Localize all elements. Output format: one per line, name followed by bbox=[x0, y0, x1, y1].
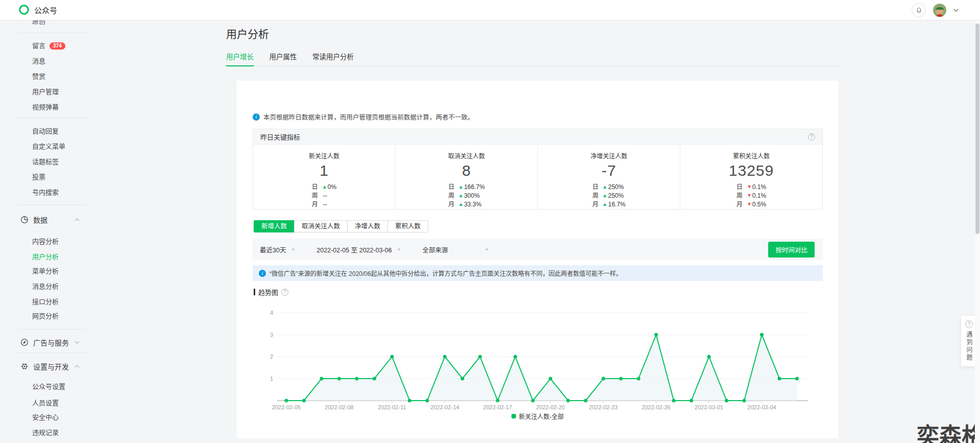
sidebar-item-message-analysis[interactable]: 消息分析 bbox=[32, 283, 59, 291]
kpi-trend-value: 33.3% bbox=[464, 201, 481, 208]
sidebar-item-messages[interactable]: 消息 bbox=[32, 57, 45, 65]
sidebar-group-label: 设置与开发 bbox=[33, 361, 69, 371]
compare-by-time-button[interactable]: 按时间对比 bbox=[768, 242, 815, 258]
page-title: 用户分析 bbox=[226, 26, 269, 41]
trend-title-text: 趋势图 bbox=[258, 287, 278, 297]
sidebar-item-api-analysis[interactable]: 接口分析 bbox=[32, 298, 59, 306]
filter-bar: 最近30天 2022-02-05 至 2022-03-06 全部来源 按时间对比 bbox=[253, 239, 823, 260]
sidebar-divider bbox=[18, 353, 87, 353]
sidebar-item-staff-settings[interactable]: 人员设置 bbox=[32, 399, 59, 407]
wechat-mp-logo-icon bbox=[18, 4, 30, 15]
sidebar-item-webpage-analysis[interactable]: 网页分析 bbox=[32, 312, 59, 320]
metric-tab-unfollowers[interactable]: 取消关注人数 bbox=[294, 220, 348, 232]
source-dropdown[interactable]: 全部来源 bbox=[423, 245, 489, 254]
dropdown-value: 最近30天 bbox=[260, 245, 286, 254]
kpi-trend-row: 日0.1% bbox=[737, 183, 766, 192]
sidebar: 原创 留言374 消息 赞赏 用户管理 视频弹幕 自动回复 自定义菜单 话题标签… bbox=[0, 20, 94, 443]
tab-user-attributes[interactable]: 用户属性 bbox=[269, 51, 297, 66]
kpi-card-total-followers: 累积关注人数 13259 日0.1% 周0.1% 月0.5% bbox=[680, 145, 822, 209]
page-info-notice: 本页根据昨日数据来计算，而用户管理页根据当前数据计算，两者不一致。 bbox=[253, 112, 474, 122]
kpi-trend-value: 0.1% bbox=[752, 192, 766, 199]
kpi-period-label: 月 bbox=[737, 201, 743, 208]
brand-label: 公众号 bbox=[34, 5, 57, 15]
chevron-up-icon bbox=[75, 218, 80, 221]
kpi-trend-row: 月33.3% bbox=[448, 200, 485, 209]
sidebar-item-content-analysis[interactable]: 内容分析 bbox=[32, 238, 59, 246]
kpi-label: 取消关注人数 bbox=[396, 151, 537, 160]
tab-regular-readers-analysis[interactable]: 常读用户分析 bbox=[312, 51, 354, 66]
info-notice-text: 本页根据昨日数据来计算，而用户管理页根据当前数据计算，两者不一致。 bbox=[263, 112, 474, 122]
kpi-trend-value: 0.1% bbox=[752, 183, 766, 191]
kpi-trend-row: 日250% bbox=[592, 183, 625, 192]
sidebar-item-user-management[interactable]: 用户管理 bbox=[32, 88, 59, 96]
trend-arrow-icon bbox=[459, 203, 462, 206]
page-scrollbar bbox=[975, 20, 980, 443]
date-range-dropdown[interactable]: 2022-02-05 至 2022-03-06 bbox=[316, 245, 401, 254]
trend-arrow-icon bbox=[603, 194, 606, 197]
sidebar-item-auto-reply[interactable]: 自动回复 bbox=[32, 127, 59, 135]
kpi-trend-value: 166.7% bbox=[464, 183, 485, 191]
kpi-trend-row: 月-- bbox=[312, 200, 336, 209]
sidebar-item-in-account-search[interactable]: 号内搜索 bbox=[32, 189, 59, 197]
sidebar-group-settings-dev[interactable]: 设置与开发 bbox=[20, 362, 87, 371]
sidebar-item-user-analysis[interactable]: 用户分析 bbox=[32, 253, 59, 261]
info-icon bbox=[253, 113, 260, 121]
svg-text:1: 1 bbox=[270, 376, 273, 382]
metric-tab-total[interactable]: 累积人数 bbox=[387, 220, 428, 232]
date-range-preset-dropdown[interactable]: 最近30天 bbox=[260, 245, 295, 254]
sidebar-item-comments[interactable]: 留言374 bbox=[32, 42, 65, 50]
notification-bell-button[interactable] bbox=[912, 3, 926, 17]
sidebar-item-topic-tags[interactable]: 话题标签 bbox=[32, 158, 59, 166]
kpi-trend-row: 月16.7% bbox=[592, 200, 625, 209]
main-content-card: 本页根据昨日数据来计算，而用户管理页根据当前数据计算，两者不一致。 昨日关键指标… bbox=[237, 81, 838, 438]
sidebar-item-menu-analysis[interactable]: 菜单分析 bbox=[32, 267, 59, 275]
question-circle-icon bbox=[965, 320, 973, 328]
kpi-trend-row: 周250% bbox=[592, 192, 625, 200]
kpi-period-label: 周 bbox=[737, 192, 743, 199]
sidebar-item-video-danmu[interactable]: 视频弹幕 bbox=[32, 103, 59, 111]
kpi-value: 13259 bbox=[680, 162, 822, 179]
dropdown-value: 全部来源 bbox=[423, 245, 448, 254]
sidebar-item-account-settings[interactable]: 公众号设置 bbox=[32, 383, 65, 391]
kpi-value: 8 bbox=[396, 162, 537, 179]
sidebar-group-data[interactable]: 数据 bbox=[20, 215, 87, 224]
svg-text:2022-02-20: 2022-02-20 bbox=[536, 404, 565, 410]
kpi-trend-value: 0.5% bbox=[752, 201, 766, 208]
tab-user-growth[interactable]: 用户增长 bbox=[226, 51, 254, 66]
kpi-period-label: 月 bbox=[592, 201, 598, 208]
sidebar-group-ads-services[interactable]: 广告与服务 bbox=[20, 338, 87, 347]
kpi-label: 新关注人数 bbox=[253, 151, 395, 160]
sidebar-item-security-center[interactable]: 安全中心 bbox=[32, 413, 59, 422]
help-question-icon[interactable] bbox=[808, 133, 815, 141]
kpi-trend-row: 周0.1% bbox=[737, 192, 766, 200]
sidebar-item-vote[interactable]: 投票 bbox=[32, 173, 45, 181]
help-question-icon[interactable] bbox=[281, 289, 288, 296]
kpi-trend-value: -- bbox=[323, 192, 327, 199]
kpi-card-net-growth: 净增关注人数 -7 日250% 周250% 月16.7% bbox=[538, 145, 680, 209]
metric-tab-net-growth[interactable]: 净增人数 bbox=[347, 220, 388, 232]
kpi-period-label: 日 bbox=[592, 183, 598, 191]
legend-label: 新关注人数-全部 bbox=[519, 412, 564, 421]
brand[interactable]: 公众号 bbox=[18, 4, 57, 15]
kpi-period-label: 日 bbox=[737, 183, 743, 191]
trend-chart[interactable]: 12342022-02-052022-02-082022-02-112022-0… bbox=[258, 304, 824, 414]
kpi-period-label: 月 bbox=[448, 201, 454, 208]
sidebar-item-appreciation[interactable]: 赞赏 bbox=[32, 73, 45, 81]
trend-arrow-icon bbox=[603, 203, 606, 206]
avatar[interactable] bbox=[933, 4, 946, 17]
kpi-trend-row: 月0.5% bbox=[737, 200, 766, 209]
svg-text:2022-03-01: 2022-03-01 bbox=[695, 404, 723, 410]
metric-tab-new-followers[interactable]: 新增人数 bbox=[254, 220, 295, 232]
sidebar-item-label: 留言 bbox=[32, 42, 45, 50]
svg-text:2: 2 bbox=[270, 354, 273, 360]
sidebar-item-violation-records[interactable]: 违规记录 bbox=[32, 429, 59, 437]
kpi-trend-value: 0% bbox=[328, 183, 336, 191]
kpi-period-label: 周 bbox=[448, 192, 454, 199]
help-float-label: 遇到问题 bbox=[965, 331, 973, 362]
wechat-ad-notice: “微信广告”来源的新增关注在 2020/06起从其他中拆分给出，计算方式与广告主… bbox=[253, 265, 823, 281]
sidebar-item-custom-menu[interactable]: 自定义菜单 bbox=[32, 143, 65, 151]
scrollbar-thumb[interactable] bbox=[975, 24, 979, 234]
svg-text:2022-02-08: 2022-02-08 bbox=[325, 404, 353, 410]
account-menu-chevron-icon[interactable] bbox=[953, 9, 959, 12]
legend-item-new-followers-all[interactable]: 新关注人数-全部 bbox=[511, 412, 564, 421]
